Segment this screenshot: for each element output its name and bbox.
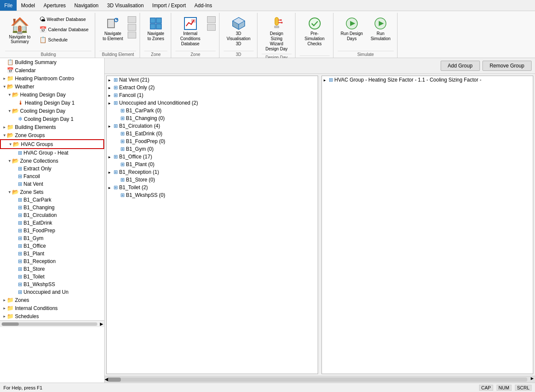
sidebar-scrollbar[interactable]: ▶ bbox=[0, 320, 104, 327]
b1-eatdrink-label: B1_EatDrink bbox=[23, 220, 52, 226]
run-simulation-button[interactable]: RunSimulation bbox=[368, 15, 394, 44]
ribbon-group-pre-simulation: Pre-SimulationChecks bbox=[296, 13, 333, 58]
weather-database-button[interactable]: 🌤 Weather Database bbox=[36, 15, 92, 24]
b1-toilet-panel-label: B1_Toilet (2) bbox=[119, 184, 148, 190]
sidebar-item-calendar[interactable]: 📅 Calendar bbox=[0, 66, 104, 74]
sidebar-item-cooling-design-day-1[interactable]: ❄ Cooling Design Day 1 bbox=[0, 115, 104, 123]
run-design-days-button[interactable]: Run DesignDays bbox=[338, 15, 366, 44]
panel-hscroll[interactable]: ◀ ▶ bbox=[105, 376, 535, 383]
panel-b1-plant[interactable]: ⊞ B1_Plant (0) bbox=[107, 161, 318, 168]
sidebar-item-b1-foodprep[interactable]: ⊞ B1_FoodPrep bbox=[0, 227, 104, 234]
extract-only-panel-icon: ⊞ bbox=[114, 85, 118, 91]
panel-extract-only[interactable]: ▸ ⊞ Extract Only (2) bbox=[107, 84, 318, 91]
sidebar-item-b1-changing[interactable]: ⊞ B1_Changing bbox=[0, 204, 104, 211]
panel-nat-vent[interactable]: ▸ ⊞ Nat Vent (21) bbox=[107, 76, 318, 84]
menu-navigation[interactable]: Navigation bbox=[70, 0, 103, 11]
panel-b1-gym[interactable]: ⊞ B1_Gym (0) bbox=[107, 145, 318, 153]
sidebar-item-b1-store[interactable]: ⊞ B1_Store bbox=[0, 265, 104, 273]
menu-add-ins[interactable]: Add-Ins bbox=[190, 0, 216, 11]
ribbon-conditions-label: Zone bbox=[175, 51, 216, 57]
sidebar-item-b1-reception[interactable]: ⊞ B1_Reception bbox=[0, 257, 104, 265]
sidebar-item-schedules[interactable]: ▸ 📁 Schedules bbox=[0, 312, 104, 320]
sidebar-item-hvac-groups[interactable]: ▾ 📂 HVAC Groups bbox=[0, 139, 104, 149]
sidebar-item-hvac-group-heat[interactable]: ⊞ HVAC Group - Heat bbox=[0, 149, 104, 157]
sidebar-item-unoccupied[interactable]: ⊞ Unoccupied and Un bbox=[0, 288, 104, 296]
panel-b1-foodprep[interactable]: ⊞ B1_FoodPrep (0) bbox=[107, 137, 318, 145]
navigate-to-zones-button[interactable]: Navigateto Zones bbox=[144, 15, 167, 44]
navigate-to-summary-button[interactable]: 🏠 Navigate toSummary bbox=[5, 15, 35, 46]
sidebar-item-heating-design-day-1[interactable]: 🌡 Heating Design Day 1 bbox=[0, 99, 104, 107]
panel-scroll-thumb[interactable] bbox=[108, 377, 121, 382]
panel-unoccupied[interactable]: ▸ ⊞ Unoccupied and Unconditioned (2) bbox=[107, 99, 318, 107]
ribbon-building-label: Building bbox=[5, 51, 91, 57]
sidebar-item-zone-groups[interactable]: ▾ 📂 Zone Groups bbox=[0, 131, 104, 139]
sidebar-scroll-thumb[interactable] bbox=[2, 322, 19, 326]
panel-b1-toilet[interactable]: ▸ ⊞ B1_Toilet (2) bbox=[107, 184, 318, 191]
remove-group-button[interactable]: Remove Group bbox=[482, 61, 532, 71]
sidebar-item-zone-sets[interactable]: ▾ 📂 Zone Sets bbox=[0, 188, 104, 196]
scroll-right-arrow[interactable]: ▶ bbox=[529, 376, 535, 383]
sidebar-item-internal-conditions[interactable]: ▸ 📁 Internal Conditions bbox=[0, 304, 104, 312]
panel-b1-eatdrink[interactable]: ⊞ B1_EatDrink (0) bbox=[107, 130, 318, 137]
conditions-icon-1[interactable] bbox=[207, 16, 216, 23]
design-sizing-wizard-button[interactable]: DesignSizing WizardDesign Day bbox=[262, 15, 292, 54]
sidebar-item-cooling-design-day[interactable]: ▾ 📂 Cooling Design Day bbox=[0, 107, 104, 115]
panel-b1-store[interactable]: ⊞ B1_Store (0) bbox=[107, 176, 318, 184]
svg-rect-3 bbox=[150, 18, 155, 23]
building-elements-label: Building Elements bbox=[15, 124, 56, 130]
navigate-to-element-button[interactable]: Navigateto Element bbox=[99, 15, 126, 44]
sidebar-item-b1-toilet[interactable]: ⊞ B1_Toilet bbox=[0, 273, 104, 281]
element-icon-3[interactable] bbox=[128, 32, 136, 38]
scroll-left-arrow[interactable]: ◀ bbox=[105, 376, 106, 383]
svg-rect-4 bbox=[156, 18, 161, 23]
sidebar-item-fancoil[interactable]: ⊞ Fancoil bbox=[0, 173, 104, 180]
schedule-button[interactable]: 📋 Schedule bbox=[36, 35, 92, 44]
sidebar-item-b1-eatdrink[interactable]: ⊞ B1_EatDrink bbox=[0, 219, 104, 227]
panel-hvac-group-main[interactable]: ▸ ⊞ HVAC Group - Heating Size Factor - 1… bbox=[322, 76, 533, 84]
panel-b1-wkshpss[interactable]: ⊞ B1_WkshpSS (0) bbox=[107, 191, 318, 199]
unoccupied-label: Unoccupied and Un bbox=[23, 289, 68, 295]
menu-file[interactable]: File bbox=[0, 0, 17, 11]
3d-visualisation-button[interactable]: 3DVisualisation3D bbox=[224, 15, 254, 49]
sidebar-item-weather[interactable]: ▾ 📂 Weather bbox=[0, 82, 104, 91]
sidebar-item-b1-gym[interactable]: ⊞ B1_Gym bbox=[0, 234, 104, 242]
run-simulation-icon bbox=[374, 17, 387, 30]
sidebar-item-b1-office[interactable]: ⊞ B1_Office bbox=[0, 242, 104, 250]
calendar-database-button[interactable]: 📅 Calendar Database bbox=[36, 25, 92, 34]
sidebar-scroll-right[interactable]: ▶ bbox=[99, 322, 104, 326]
panel-b1-office[interactable]: ▸ ⊞ B1_Office (17) bbox=[107, 153, 318, 161]
b1-store-icon: ⊞ bbox=[18, 266, 22, 272]
menu-model[interactable]: Model bbox=[17, 0, 39, 11]
sidebar-item-heating-plantroom[interactable]: ▸ 📁 Heating Plantroom Contro bbox=[0, 74, 104, 82]
sidebar-item-building-elements[interactable]: ▸ 📁 Building Elements bbox=[0, 123, 104, 131]
menu-3d-visualisation[interactable]: 3D Visualisation bbox=[103, 0, 148, 11]
menu-apertures[interactable]: Apertures bbox=[39, 0, 70, 11]
fancoil-panel-label: Fancoil (1) bbox=[119, 92, 143, 98]
sidebar-item-heating-design-day[interactable]: ▾ 📂 Heating Design Day bbox=[0, 91, 104, 99]
sidebar-item-b1-plant[interactable]: ⊞ B1_Plant bbox=[0, 250, 104, 257]
status-bar: For Help, press F1 CAP NUM SCRL bbox=[0, 383, 535, 392]
panel-b1-changing[interactable]: ⊞ B1_Changing (0) bbox=[107, 114, 318, 122]
internal-conditions-database-button[interactable]: Internal ConditionsDatabase bbox=[175, 15, 205, 49]
add-group-button[interactable]: Add Group bbox=[441, 61, 480, 71]
main-layout: 📋 Building Summary 📅 Calendar ▸ 📁 Heatin… bbox=[0, 58, 535, 383]
sidebar-item-zones[interactable]: ▸ 📁 Zones bbox=[0, 296, 104, 304]
sidebar-item-extract-only[interactable]: ⊞ Extract Only bbox=[0, 165, 104, 173]
panel-b1-circulation[interactable]: ▸ ⊞ B1_Circulation (4) bbox=[107, 122, 318, 130]
sidebar-item-nat-vent[interactable]: ⊞ Nat Vent bbox=[0, 180, 104, 188]
panel-b1-carpark[interactable]: ⊞ B1_CarPark (0) bbox=[107, 107, 318, 114]
element-icon-2[interactable] bbox=[128, 24, 136, 31]
menu-import-export[interactable]: Import / Export bbox=[148, 0, 190, 11]
extract-only-label: Extract Only bbox=[23, 166, 51, 172]
panel-b1-reception[interactable]: ▸ ⊞ B1_Reception (1) bbox=[107, 168, 318, 176]
sidebar-item-b1-circulation[interactable]: ⊞ B1_Circulation bbox=[0, 211, 104, 219]
element-icon-1[interactable] bbox=[128, 16, 136, 23]
panel-fancoil[interactable]: ▸ ⊞ Fancoil (1) bbox=[107, 91, 318, 99]
sidebar-item-b1-wkshpss[interactable]: ⊞ B1_WkshpSS bbox=[0, 281, 104, 288]
b1-foodprep-icon: ⊞ bbox=[18, 228, 22, 234]
sidebar-item-zone-collections[interactable]: ▾ 📂 Zone Collections bbox=[0, 157, 104, 165]
sidebar-item-b1-carpark[interactable]: ⊞ B1_CarPark bbox=[0, 196, 104, 204]
conditions-icon-2[interactable] bbox=[207, 24, 216, 31]
sidebar-item-building-summary[interactable]: 📋 Building Summary bbox=[0, 58, 104, 66]
pre-simulation-checks-button[interactable]: Pre-SimulationChecks bbox=[300, 15, 330, 49]
